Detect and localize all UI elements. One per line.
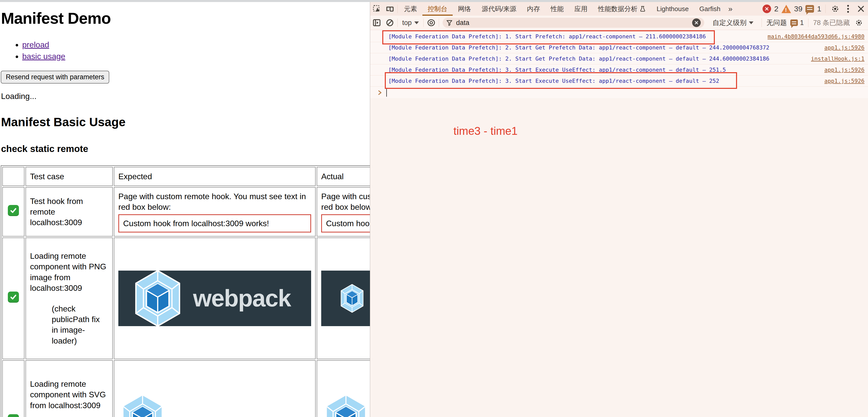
test-case-cell: Test hook from remote localhost:3009 [26, 187, 113, 237]
message-badge-icon[interactable] [805, 5, 814, 12]
console-sidebar-toggle-icon[interactable] [370, 19, 383, 27]
console-settings-gear-icon[interactable] [854, 19, 865, 27]
console-message-text: [Module Federation Data Prefetch]: 3. St… [388, 78, 719, 84]
source-location-link[interactable]: installHook.js:1 [803, 56, 865, 62]
tab-elements[interactable]: 元素 [399, 2, 423, 16]
message-badge-icon [790, 20, 798, 26]
no-issues-label[interactable]: 无问题 [766, 18, 787, 27]
console-prompt[interactable] [370, 87, 868, 98]
devtools-tabbar: 元素 控制台 网络 源代码/来源 内存 性能 应用 性能数据分析 Lightho… [370, 2, 868, 16]
divider [397, 19, 398, 27]
message-count: 1 [817, 4, 821, 13]
console-filter-field[interactable] [442, 18, 705, 28]
log-level-selector[interactable]: 自定义级别 [709, 18, 757, 27]
kebab-menu-icon[interactable] [844, 4, 852, 13]
filter-input[interactable] [456, 19, 692, 27]
table-row: Loading remote component with SVG from l… [2, 360, 370, 417]
tab-garfish[interactable]: Garfish [694, 2, 726, 16]
test-case-text: Loading remote component with SVG from l… [30, 379, 108, 411]
beaker-icon [640, 5, 646, 12]
issues-counter[interactable]: 1 [790, 19, 804, 27]
console-message-text: [Module Federation Data Prefetch]: 3. St… [388, 67, 726, 73]
tab-memory[interactable]: 内存 [522, 2, 545, 16]
loading-text: Loading... [1, 92, 370, 101]
webpack-banner-image: webpack [118, 271, 311, 326]
status-cell [2, 187, 25, 237]
divider [762, 19, 762, 27]
webpack-logo-icon [323, 394, 369, 417]
check-mark-button-emoji [8, 414, 19, 417]
tab-lighthouse[interactable]: Lighthouse [651, 2, 694, 16]
actual-column-header: Actual [317, 167, 370, 186]
preload-link[interactable]: preload [22, 40, 49, 49]
webpack-logo-icon [120, 394, 165, 417]
test-case-cell: Loading remote component with SVG from l… [26, 360, 113, 417]
context-selector[interactable]: top [399, 19, 423, 27]
actual-description: Page with custom remote hook. You must s… [321, 191, 370, 212]
actual-red-box: Custom hook from localhost:3009 works! [321, 214, 370, 233]
console-message-text: [Module Federation Data Prefetch]: 2. St… [388, 56, 769, 62]
chevron-down-icon [749, 22, 753, 24]
console-message-row[interactable]: [Module Federation Data Prefetch]: 1. St… [370, 31, 868, 42]
annotation-text: time3 - time1 [454, 125, 518, 137]
tab-network[interactable]: 网络 [453, 2, 476, 16]
console-message-text: [Module Federation Data Prefetch]: 1. St… [388, 33, 706, 40]
filter-funnel-icon [446, 20, 453, 26]
console-message-row[interactable]: [Module Federation Data Prefetch]: 3. St… [370, 76, 868, 87]
test-case-column-header: Test case [26, 167, 113, 186]
tab-performance-insights[interactable]: 性能数据分析 [593, 2, 651, 16]
webpack-banner-text: webpack [193, 282, 291, 314]
console-toolbar-right: 自定义级别 无问题 1 78 条已隐藏 [709, 16, 868, 30]
actual-cell [317, 360, 370, 417]
nav-list: preload basic usage [0, 39, 370, 62]
device-toolbar-button[interactable] [383, 2, 396, 16]
tab-sources[interactable]: 源代码/来源 [476, 2, 522, 16]
webpack-banner-image: webpack [321, 271, 370, 326]
source-location-link[interactable]: app1.js:5926 [817, 78, 865, 84]
issues-count: 1 [800, 19, 804, 27]
expected-column-header: Expected [114, 167, 316, 186]
error-badge-icon[interactable] [763, 4, 771, 13]
test-results-table: Test case Expected Actual Test hook from… [1, 165, 370, 417]
check-mark-button-emoji [8, 292, 19, 303]
resend-request-button[interactable]: Resend request with parameters [1, 71, 109, 84]
devtools-status-badges: 2 ! 39 1 [763, 2, 868, 16]
inspect-element-button[interactable] [370, 2, 383, 16]
source-location-link[interactable]: main.4b803644da593d66.js:4980 [760, 33, 865, 40]
webpack-logo-icon [339, 274, 365, 323]
table-row: Test hook from remote localhost:3009 Pag… [2, 187, 370, 237]
source-location-link[interactable]: app1.js:5926 [817, 44, 865, 51]
close-devtools-icon[interactable] [856, 5, 867, 12]
actual-cell: webpack [317, 238, 370, 359]
text-cursor [386, 89, 387, 97]
table-header-row: Test case Expected Actual [2, 167, 370, 186]
console-message-row[interactable]: [Module Federation Data Prefetch]: 2. St… [370, 53, 868, 64]
console-message-row[interactable]: [Module Federation Data Prefetch]: 3. St… [370, 64, 868, 76]
list-item: preload [22, 39, 370, 51]
prompt-chevron-icon [377, 90, 382, 96]
tab-console[interactable]: 控制台 [423, 2, 453, 16]
list-item: basic usage [22, 51, 370, 62]
browser-chrome-edge [0, 0, 868, 2]
source-location-link[interactable]: app1.js:5926 [817, 67, 865, 73]
tab-performance[interactable]: 性能 [545, 2, 569, 16]
demo-page-content: Manifest Demo preload basic usage Resend… [0, 9, 370, 417]
check-mark-button-emoji [8, 205, 19, 216]
webpack-logo-icon [132, 271, 183, 326]
expected-cell: webpack [114, 238, 316, 359]
clear-console-icon[interactable] [383, 19, 396, 27]
console-messages: [Module Federation Data Prefetch]: 1. St… [370, 30, 868, 98]
live-expression-eye-icon[interactable] [425, 19, 438, 27]
tab-application[interactable]: 应用 [569, 2, 593, 16]
more-tabs-button[interactable]: » [726, 2, 735, 16]
status-cell [2, 360, 25, 417]
settings-gear-icon[interactable] [830, 4, 841, 13]
basic-usage-link[interactable]: basic usage [22, 52, 65, 61]
clear-filter-icon[interactable] [692, 19, 701, 27]
hidden-messages-label: 78 条已隐藏 [813, 18, 850, 27]
test-case-cell: Loading remote component with PNG image … [26, 238, 113, 359]
warning-badge-icon[interactable]: ! [781, 5, 791, 13]
console-message-row[interactable]: [Module Federation Data Prefetch]: 2. St… [370, 42, 868, 53]
actual-cell: Page with custom remote hook. You must s… [317, 187, 370, 237]
table-row: Loading remote component with PNG image … [2, 238, 370, 359]
